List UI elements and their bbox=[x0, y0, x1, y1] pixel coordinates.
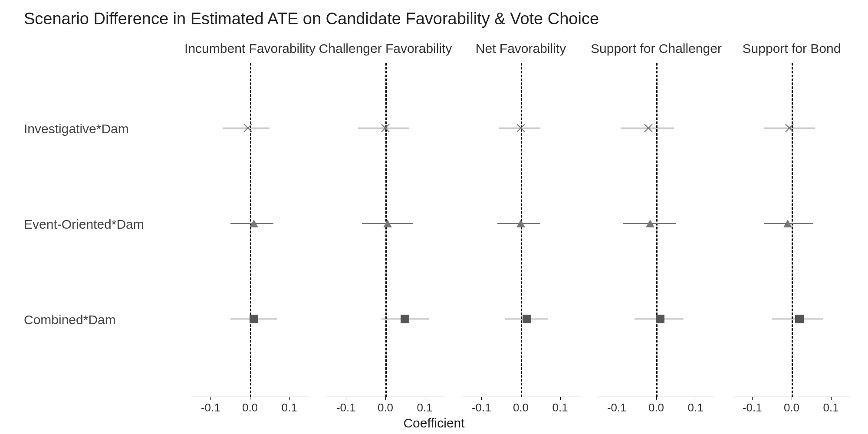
x-tick-label: 0.0 bbox=[648, 401, 664, 414]
x-tick-label: -0.1 bbox=[201, 401, 220, 414]
svg-marker-14 bbox=[783, 220, 792, 227]
facet-inner: -0.10.00.1 bbox=[597, 63, 715, 397]
x-tick-label: 0.1 bbox=[282, 401, 297, 414]
facet-title: Challenger Favorability bbox=[318, 41, 453, 56]
x-tick-label: 0.1 bbox=[417, 401, 433, 414]
x-axis-label: Coefficient bbox=[0, 416, 868, 431]
x-tick bbox=[385, 397, 386, 400]
x-tick-label: 0.1 bbox=[823, 401, 839, 414]
x-tick bbox=[289, 397, 290, 400]
y-label-2: Combined*Dam bbox=[24, 312, 116, 327]
facet-inner: -0.10.00.1 bbox=[733, 63, 851, 397]
x-tick bbox=[250, 397, 250, 400]
y-axis-labels: Investigative*Dam Event-Oriented*Dam Com… bbox=[0, 41, 178, 397]
svg-marker-2 bbox=[250, 220, 258, 227]
x-tick-label: -0.1 bbox=[472, 401, 491, 414]
facet-inner: -0.10.00.1 bbox=[191, 63, 309, 397]
x-tick-label: -0.1 bbox=[607, 401, 627, 414]
ref-line bbox=[656, 63, 658, 397]
ref-line bbox=[385, 63, 387, 397]
facet-panels: Incumbent Favorability-0.10.00.1Challeng… bbox=[182, 41, 859, 397]
svg-marker-11 bbox=[646, 220, 654, 227]
x-tick-label: -0.1 bbox=[336, 401, 356, 414]
x-tick-label: 0.1 bbox=[552, 401, 568, 414]
x-tick-label: 0.1 bbox=[688, 401, 704, 414]
facet-title: Support for Bond bbox=[724, 41, 859, 56]
facet-inner: -0.10.00.1 bbox=[326, 63, 444, 397]
x-tick bbox=[560, 397, 561, 400]
facet-panel: Support for Bond-0.10.00.1 bbox=[724, 41, 859, 397]
facet-title: Incumbent Favorability bbox=[182, 41, 318, 56]
x-tick bbox=[346, 397, 346, 400]
x-tick bbox=[521, 397, 521, 400]
svg-marker-5 bbox=[383, 220, 392, 227]
chart-title: Scenario Difference in Estimated ATE on … bbox=[24, 10, 599, 28]
x-tick-label: 0.0 bbox=[242, 401, 258, 414]
x-tick-label: 0.0 bbox=[513, 401, 529, 414]
ref-line bbox=[250, 63, 251, 397]
facet-panel: Challenger Favorability-0.10.00.1 bbox=[318, 41, 453, 397]
facet-inner: -0.10.00.1 bbox=[462, 63, 580, 397]
x-tick bbox=[656, 397, 657, 400]
x-tick-label: 0.0 bbox=[378, 401, 393, 414]
x-tick bbox=[425, 397, 425, 400]
y-label-1: Event-Oriented*Dam bbox=[24, 217, 144, 232]
plot-area: Investigative*Dam Event-Oriented*Dam Com… bbox=[0, 41, 868, 397]
facet-title: Support for Challenger bbox=[589, 41, 724, 56]
x-tick bbox=[752, 397, 753, 400]
ref-line bbox=[792, 63, 793, 397]
svg-marker-8 bbox=[516, 220, 525, 227]
x-tick bbox=[481, 397, 482, 400]
x-tick-label: 0.0 bbox=[784, 401, 799, 414]
x-tick bbox=[831, 397, 832, 400]
facet-title: Net Favorability bbox=[453, 41, 589, 56]
x-tick-label: -0.1 bbox=[743, 401, 762, 414]
x-tick bbox=[210, 397, 211, 400]
x-tick bbox=[792, 397, 792, 400]
facet-panel: Net Favorability-0.10.00.1 bbox=[453, 41, 589, 397]
x-tick bbox=[617, 397, 617, 400]
facet-panel: Support for Challenger-0.10.00.1 bbox=[589, 41, 724, 397]
ref-line bbox=[521, 63, 522, 397]
y-label-0: Investigative*Dam bbox=[24, 122, 129, 136]
x-tick bbox=[696, 397, 696, 400]
facet-panel: Incumbent Favorability-0.10.00.1 bbox=[182, 41, 318, 397]
